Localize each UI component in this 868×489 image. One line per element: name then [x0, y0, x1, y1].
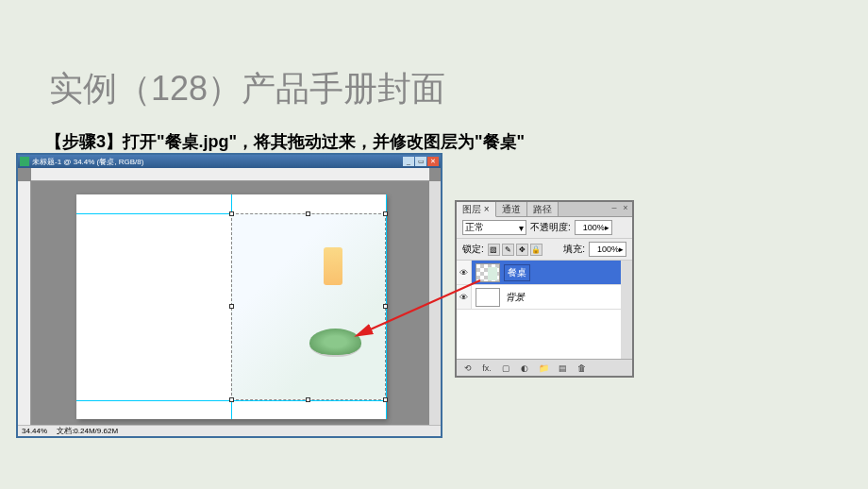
step-instruction: 【步骤3】打开"餐桌.jpg"，将其拖动过来，并修改图层为"餐桌": [45, 130, 525, 153]
transform-handle[interactable]: [306, 211, 310, 216]
status-bar: 34.44% 文档:0.24M/9.62M: [18, 425, 441, 436]
layers-panel-footer: ⟲ fx. ▢ ◐ 📁 ▤ 🗑: [457, 359, 632, 376]
transform-handle[interactable]: [306, 397, 310, 402]
document-canvas[interactable]: [76, 194, 386, 419]
adjustment-layer-icon[interactable]: ◐: [517, 362, 532, 375]
opacity-value: 100%: [583, 223, 605, 232]
layer-row[interactable]: 👁 餐桌: [457, 261, 632, 285]
canvas-area[interactable]: [18, 168, 441, 425]
horizontal-ruler[interactable]: [31, 168, 429, 181]
document-icon: [20, 157, 29, 166]
delete-layer-icon[interactable]: 🗑: [574, 362, 589, 375]
opacity-label: 不透明度:: [530, 221, 571, 234]
layer-group-icon[interactable]: 📁: [536, 362, 551, 375]
tab-channels[interactable]: 通道: [496, 202, 527, 216]
visibility-toggle-icon[interactable]: 👁: [457, 285, 472, 309]
fill-value: 100%: [597, 244, 619, 254]
blend-mode-select[interactable]: 正常 ▾: [462, 220, 526, 235]
visibility-toggle-icon[interactable]: 👁: [457, 261, 472, 284]
image-content: [324, 247, 342, 285]
tab-label: 图层: [462, 204, 481, 214]
layer-thumbnail[interactable]: [476, 263, 500, 282]
layers-panel: 图层 × 通道 路径 – × 正常 ▾ 不透明度: 100% ▸ 锁定: ▨ ✎…: [455, 200, 634, 378]
lock-position-icon[interactable]: ✥: [516, 244, 528, 256]
link-layers-icon[interactable]: ⟲: [460, 362, 476, 375]
transform-handle[interactable]: [383, 304, 388, 309]
chevron-down-icon: ▸: [619, 244, 624, 254]
transform-handle[interactable]: [383, 397, 388, 402]
blend-mode-value: 正常: [465, 221, 484, 234]
layer-thumbnail[interactable]: [476, 288, 500, 307]
lock-transparency-icon[interactable]: ▨: [488, 244, 500, 256]
layer-mask-icon[interactable]: ▢: [498, 362, 513, 375]
transform-handle[interactable]: [229, 211, 234, 216]
layer-name[interactable]: 背景: [504, 291, 619, 304]
zoom-level[interactable]: 34.44%: [22, 427, 47, 435]
blend-opacity-row: 正常 ▾ 不透明度: 100% ▸: [457, 217, 632, 239]
lock-pixels-icon[interactable]: ✎: [502, 244, 514, 256]
photoshop-document-window: 未标题-1 @ 34.4% (餐桌, RGB/8) _ ▭ ✕: [16, 153, 442, 438]
fill-input[interactable]: 100% ▸: [589, 242, 626, 257]
window-titlebar[interactable]: 未标题-1 @ 34.4% (餐桌, RGB/8) _ ▭ ✕: [18, 155, 441, 168]
transform-handle[interactable]: [383, 211, 388, 216]
maximize-button[interactable]: ▭: [415, 157, 426, 166]
layers-scrollbar[interactable]: [621, 261, 632, 359]
window-title: 未标题-1 @ 34.4% (餐桌, RGB/8): [32, 157, 403, 167]
minimize-button[interactable]: _: [403, 157, 414, 166]
image-content: [309, 329, 361, 357]
layer-style-icon[interactable]: fx.: [479, 362, 494, 375]
panel-close-icon[interactable]: ×: [621, 203, 630, 212]
layers-list: 👁 餐桌 👁 背景 🔒: [457, 261, 632, 359]
placed-image[interactable]: [231, 213, 386, 400]
opacity-input[interactable]: 100% ▸: [575, 220, 612, 235]
tab-paths[interactable]: 路径: [527, 202, 559, 216]
lock-all-icon[interactable]: 🔒: [530, 244, 542, 256]
lock-fill-row: 锁定: ▨ ✎ ✥ 🔒 填充: 100% ▸: [457, 239, 632, 261]
transform-handle[interactable]: [229, 397, 234, 402]
layer-row[interactable]: 👁 背景 🔒: [457, 285, 632, 310]
document-size: 文档:0.24M/9.62M: [57, 426, 118, 436]
transform-handle[interactable]: [229, 304, 234, 309]
panel-tabs: 图层 × 通道 路径 – ×: [457, 202, 632, 217]
chevron-down-icon: ▸: [605, 223, 609, 232]
close-button[interactable]: ✕: [427, 157, 439, 166]
layer-name-editing[interactable]: 餐桌: [504, 264, 530, 281]
panel-minimize-icon[interactable]: –: [609, 203, 619, 212]
tab-close-icon: ×: [484, 204, 490, 214]
vertical-ruler[interactable]: [18, 181, 31, 425]
fill-label: 填充:: [563, 243, 585, 256]
slide-title: 实例（128）产品手册封面: [49, 66, 445, 112]
tab-layers[interactable]: 图层 ×: [457, 202, 496, 217]
vertical-scrollbar[interactable]: [429, 181, 441, 425]
chevron-down-icon: ▾: [519, 223, 524, 233]
lock-label: 锁定:: [462, 243, 484, 256]
new-layer-icon[interactable]: ▤: [555, 362, 570, 375]
